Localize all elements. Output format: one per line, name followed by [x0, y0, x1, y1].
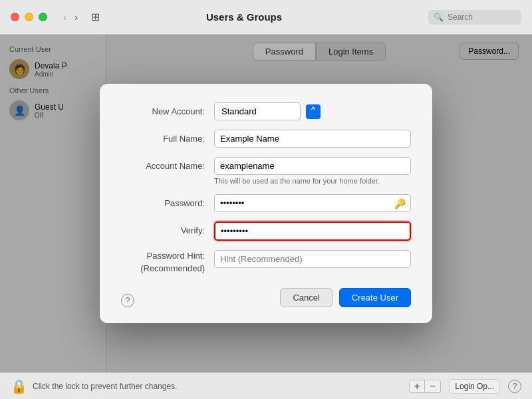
password-row: Password: 🔑 [121, 194, 411, 212]
lock-section: 🔒 Click the lock to prevent further chan… [11, 378, 401, 394]
close-button[interactable] [11, 13, 19, 21]
password-hint-label: Password Hint: (Recommended) [121, 250, 214, 274]
search-bar[interactable]: 🔍 [428, 10, 521, 25]
new-account-row: New Account: Standard Administrator [121, 102, 411, 120]
maximize-button[interactable] [39, 13, 47, 21]
full-name-control [214, 130, 411, 148]
lock-text: Click the lock to prevent further change… [33, 382, 177, 391]
password-input[interactable] [214, 194, 411, 212]
password-hint-control [214, 250, 411, 268]
window-title: Users & Groups [68, 11, 420, 23]
create-user-button[interactable]: Create User [339, 288, 411, 307]
add-user-button[interactable]: + [409, 380, 425, 393]
full-name-label: Full Name: [121, 130, 214, 144]
titlebar: ‹ › ⊞ Users & Groups 🔍 [0, 0, 532, 35]
account-name-control: This will be used as the name for your h… [214, 157, 411, 185]
login-options-button[interactable]: Login Op... [449, 379, 500, 394]
account-name-row: Account Name: This will be used as the n… [121, 157, 411, 185]
create-user-modal: New Account: Standard Administrator Full… [100, 84, 432, 323]
full-name-row: Full Name: [121, 130, 411, 148]
password-hint-label-line1: Password Hint: [121, 250, 205, 262]
verify-row: Verify: [121, 221, 411, 241]
verify-label: Verify: [121, 221, 214, 235]
account-type-select-wrap: Standard Administrator [214, 102, 301, 120]
account-type-select[interactable]: Standard Administrator [214, 102, 301, 120]
cancel-button[interactable]: Cancel [280, 288, 332, 307]
password-hint-input[interactable] [214, 250, 411, 268]
remove-user-button[interactable]: − [425, 380, 441, 393]
add-remove-buttons: + − [409, 380, 441, 393]
account-name-input[interactable] [214, 157, 411, 175]
lock-icon[interactable]: 🔒 [11, 378, 27, 394]
search-icon: 🔍 [434, 13, 444, 22]
modal-buttons: Cancel Create User [121, 288, 411, 307]
bottom-bar: 🔒 Click the lock to prevent further chan… [0, 372, 532, 399]
account-name-hint: This will be used as the name for your h… [214, 177, 411, 185]
select-dropdown-button[interactable] [306, 104, 321, 119]
modal-overlay: New Account: Standard Administrator Full… [0, 35, 532, 372]
new-account-select-wrap: Standard Administrator [214, 102, 411, 120]
minimize-button[interactable] [25, 13, 33, 21]
help-button[interactable]: ? [508, 380, 521, 393]
search-input[interactable] [448, 13, 514, 22]
account-name-label: Account Name: [121, 157, 214, 171]
key-icon[interactable]: 🔑 [394, 198, 406, 209]
verify-control [214, 221, 411, 241]
traffic-lights [11, 13, 47, 21]
full-name-input[interactable] [214, 130, 411, 148]
password-label: Password: [121, 194, 214, 208]
new-account-label: New Account: [121, 102, 214, 116]
verify-input[interactable] [214, 221, 411, 241]
password-hint-row: Password Hint: (Recommended) [121, 250, 411, 274]
password-control: 🔑 [214, 194, 411, 212]
password-hint-label-line2: (Recommended) [121, 263, 205, 275]
modal-help-button[interactable]: ? [121, 294, 134, 307]
